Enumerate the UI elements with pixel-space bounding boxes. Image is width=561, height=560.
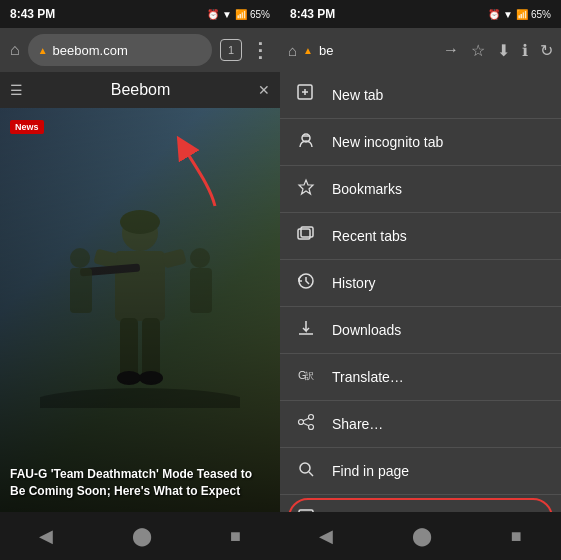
url-text: beebom.com: [53, 43, 128, 58]
translate-icon: G 訳: [296, 366, 316, 388]
wifi-icon: ▼: [222, 9, 232, 20]
status-bar-left: 8:43 PM ⏰ ▼ 📶 65%: [0, 0, 280, 28]
incognito-label: New incognito tab: [332, 134, 443, 150]
recents-button-left[interactable]: ■: [230, 526, 241, 547]
svg-point-33: [300, 463, 310, 473]
svg-point-28: [309, 415, 314, 420]
context-menu: New tab New incognito tab: [280, 72, 561, 512]
status-time-left: 8:43 PM: [10, 7, 55, 21]
add-home-icon: [296, 507, 316, 512]
downloads-icon: [296, 319, 316, 341]
bookmarks-label: Bookmarks: [332, 181, 402, 197]
menu-item-downloads[interactable]: Downloads: [280, 307, 561, 353]
screen: 8:43 PM ⏰ ▼ 📶 65% ⌂ ▲ beebom.com 1 ⋮ ☰ B…: [0, 0, 561, 560]
translate-label: Translate…: [332, 369, 404, 385]
addr-right-icons: → ☆ ⬇ ℹ ↻: [443, 41, 553, 60]
battery-icon-r: 65%: [531, 9, 551, 20]
svg-point-30: [309, 425, 314, 430]
news-badge: News: [10, 120, 44, 134]
alarm-icon: ⏰: [207, 9, 219, 20]
svg-rect-35: [299, 510, 313, 512]
home-button-left[interactable]: ⬤: [132, 525, 152, 547]
address-bar-right: ⌂ ▲ be → ☆ ⬇ ℹ ↻: [280, 28, 561, 72]
svg-line-34: [309, 472, 313, 476]
menu-item-bookmarks[interactable]: Bookmarks: [280, 166, 561, 212]
status-icons-right: ⏰ ▼ 📶 65%: [488, 9, 551, 20]
back-button-left[interactable]: ◀: [39, 525, 53, 547]
bottom-nav-left: ◀ ⬤ ■: [0, 512, 280, 560]
menu-item-share[interactable]: Share…: [280, 401, 561, 447]
home-nav-icon[interactable]: ⌂: [10, 41, 20, 59]
menu-item-translate[interactable]: G 訳 Translate…: [280, 354, 561, 400]
incognito-icon: [296, 131, 316, 153]
page-title: Beebom: [23, 81, 258, 99]
status-bar-right: 8:43 PM ⏰ ▼ 📶 65%: [280, 0, 561, 28]
close-tab-right-icon: ✕: [258, 82, 270, 98]
find-label: Find in page: [332, 463, 409, 479]
refresh-icon[interactable]: ↻: [540, 41, 553, 60]
wifi-icon-r: ▼: [503, 9, 513, 20]
short-url: be: [319, 43, 333, 58]
back-nav-icon[interactable]: ⌂: [288, 42, 297, 59]
url-bar[interactable]: ▲ beebom.com: [28, 34, 212, 66]
alarm-icon-r: ⏰: [488, 9, 500, 20]
tab-count[interactable]: 1: [220, 39, 242, 61]
red-arrow-indicator: [175, 136, 225, 220]
forward-icon[interactable]: →: [443, 41, 459, 59]
downloads-label: Downloads: [332, 322, 401, 338]
info-icon[interactable]: ℹ: [522, 41, 528, 60]
share-icon: [296, 413, 316, 435]
history-label: History: [332, 275, 376, 291]
back-button-right[interactable]: ◀: [319, 525, 333, 547]
recent-tabs-icon: [296, 225, 316, 247]
bookmarks-icon: [296, 178, 316, 200]
svg-point-29: [299, 420, 304, 425]
menu-item-add-home[interactable]: Add to Home screen: [280, 495, 561, 512]
share-label: Share…: [332, 416, 383, 432]
new-tab-label: New tab: [332, 87, 383, 103]
close-tab-left-icon: ☰: [10, 82, 23, 98]
recents-button-right[interactable]: ■: [511, 526, 522, 547]
signal-icon: 📶: [235, 9, 247, 20]
home-button-right[interactable]: ⬤: [412, 525, 432, 547]
menu-item-new-tab[interactable]: New tab: [280, 72, 561, 118]
page-header: ☰ Beebom ✕: [0, 72, 280, 108]
right-panel: 8:43 PM ⏰ ▼ 📶 65% ⌂ ▲ be → ☆ ⬇ ℹ ↻: [280, 0, 561, 560]
menu-item-find[interactable]: Find in page: [280, 448, 561, 494]
svg-line-32: [303, 423, 309, 426]
svg-marker-21: [299, 180, 313, 194]
warning-icon-r: ▲: [303, 45, 313, 56]
news-caption: FAU-G 'Team Deathmatch' Mode Teased to B…: [10, 466, 270, 500]
star-icon[interactable]: ☆: [471, 41, 485, 60]
svg-text:訳: 訳: [305, 371, 314, 381]
content-area: News FAU-G 'Team Deathmatch' Mode Teased…: [0, 108, 280, 512]
bottom-nav-right: ◀ ⬤ ■: [280, 512, 561, 560]
new-tab-icon: [296, 84, 316, 106]
status-icons-left: ⏰ ▼ 📶 65%: [207, 9, 270, 20]
news-image: News FAU-G 'Team Deathmatch' Mode Teased…: [0, 108, 280, 512]
history-icon: [296, 272, 316, 294]
menu-item-history[interactable]: History: [280, 260, 561, 306]
add-home-label: Add to Home screen: [332, 510, 460, 512]
address-bar-left: ⌂ ▲ beebom.com 1 ⋮: [0, 28, 280, 72]
recent-tabs-label: Recent tabs: [332, 228, 407, 244]
news-overlay: [0, 108, 280, 512]
find-icon: [296, 460, 316, 482]
download-icon[interactable]: ⬇: [497, 41, 510, 60]
left-panel: 8:43 PM ⏰ ▼ 📶 65% ⌂ ▲ beebom.com 1 ⋮ ☰ B…: [0, 0, 280, 560]
menu-item-recent-tabs[interactable]: Recent tabs: [280, 213, 561, 259]
warning-icon: ▲: [38, 45, 48, 56]
more-menu-icon[interactable]: ⋮: [250, 38, 270, 62]
signal-icon-r: 📶: [516, 9, 528, 20]
status-time-right: 8:43 PM: [290, 7, 335, 21]
battery-icon: 65%: [250, 9, 270, 20]
menu-item-incognito[interactable]: New incognito tab: [280, 119, 561, 165]
svg-line-31: [303, 418, 309, 421]
